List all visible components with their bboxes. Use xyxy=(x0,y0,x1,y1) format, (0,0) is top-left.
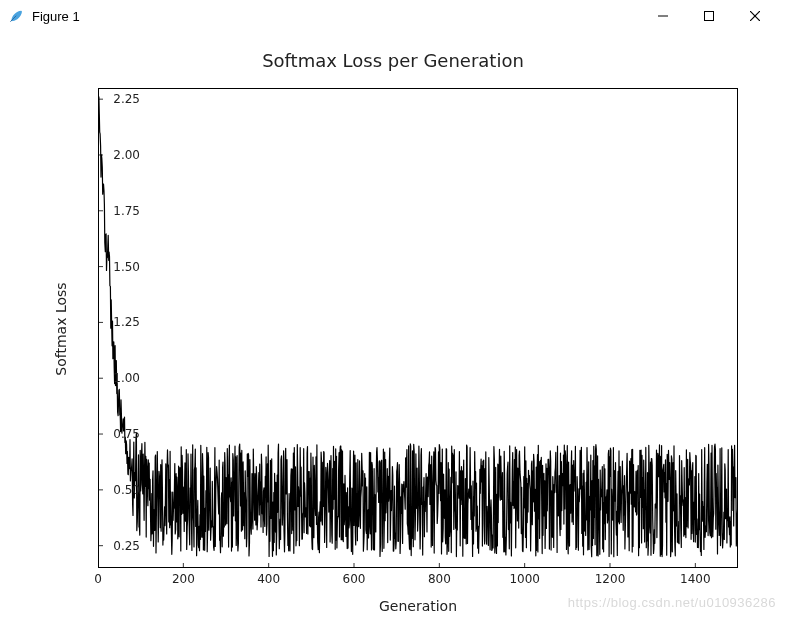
window-controls xyxy=(640,1,778,31)
y-tick-label: 1.00 xyxy=(92,371,140,385)
x-tick-label: 400 xyxy=(257,572,280,586)
maximize-button[interactable] xyxy=(686,1,732,31)
y-tick-label: 0.25 xyxy=(92,539,140,553)
x-tick-label: 200 xyxy=(172,572,195,586)
y-tick-label: 0.75 xyxy=(92,427,140,441)
feather-icon xyxy=(8,8,24,24)
svg-rect-1 xyxy=(705,12,714,21)
x-tick-label: 1200 xyxy=(595,572,626,586)
x-tick-label: 0 xyxy=(94,572,102,586)
x-tick-label: 1000 xyxy=(509,572,540,586)
x-tick-label: 600 xyxy=(343,572,366,586)
watermark-text: https://blog.csdn.net/u010936286 xyxy=(568,595,776,610)
y-tick-label: 1.75 xyxy=(92,204,140,218)
chart-title: Softmax Loss per Generation xyxy=(0,50,786,71)
minimize-button[interactable] xyxy=(640,1,686,31)
plot-area xyxy=(98,88,738,568)
y-tick-label: 2.00 xyxy=(92,148,140,162)
y-tick-label: 0.50 xyxy=(92,483,140,497)
window-title: Figure 1 xyxy=(32,9,80,24)
y-tick-label: 1.25 xyxy=(92,315,140,329)
plot-svg xyxy=(98,88,738,568)
y-axis-label: Softmax Loss xyxy=(53,282,69,375)
y-tick-label: 2.25 xyxy=(92,92,140,106)
chart-container: Softmax Loss per Generation Softmax Loss… xyxy=(0,32,786,626)
y-tick-label: 1.50 xyxy=(92,260,140,274)
x-tick-label: 800 xyxy=(428,572,451,586)
close-button[interactable] xyxy=(732,1,778,31)
window-titlebar: Figure 1 xyxy=(0,0,786,32)
x-tick-label: 1400 xyxy=(680,572,711,586)
